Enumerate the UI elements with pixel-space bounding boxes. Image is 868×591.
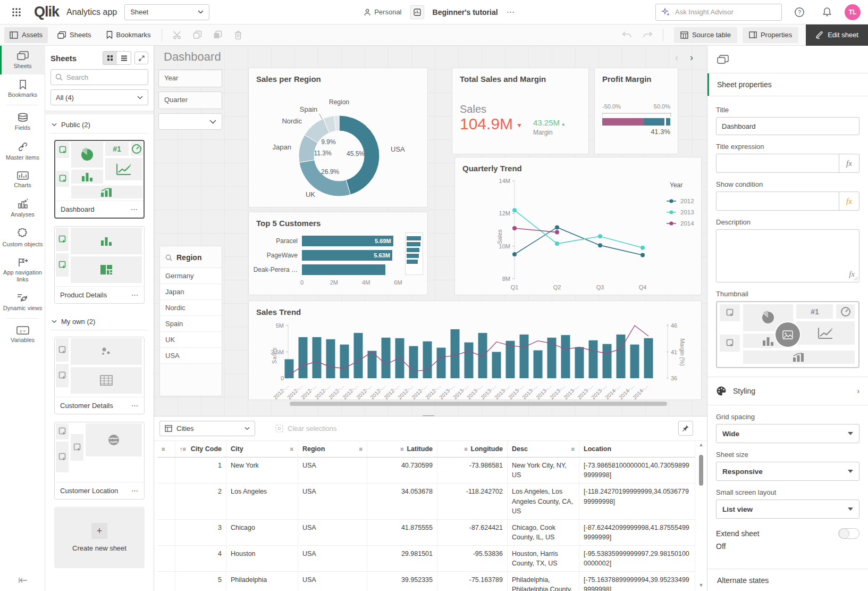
personal-scope[interactable]: Personal	[364, 8, 401, 16]
region-item-japan[interactable]: Japan	[160, 284, 222, 300]
resize-handle-icon[interactable]	[854, 277, 858, 281]
next-sheet-button[interactable]: ›	[690, 52, 693, 63]
change-thumbnail-button[interactable]	[776, 322, 800, 347]
styling-section[interactable]: Styling ›	[716, 377, 859, 405]
table-cell[interactable]: New York	[226, 457, 298, 483]
table-cell[interactable]: 40.730599	[367, 457, 437, 483]
pin-button[interactable]	[678, 421, 693, 436]
table-cell[interactable]: Los Angeles, Los Angeles County, CA, US	[508, 484, 579, 519]
extend-sheet-toggle[interactable]	[838, 528, 859, 539]
chart-minimap[interactable]	[405, 232, 423, 275]
data-point[interactable]	[512, 252, 517, 256]
table-row[interactable]: 3ChicagoUSA41.875555-87.624421Chicago, C…	[157, 520, 695, 546]
column-menu-icon[interactable]: ≡	[162, 446, 165, 452]
bar[interactable]	[382, 338, 391, 378]
table-cell[interactable]: -95.53836	[437, 546, 508, 571]
table-cell[interactable]: -118.242702	[437, 484, 508, 519]
sheet-more-button[interactable]: ⋯	[131, 291, 139, 299]
table-cell[interactable]: [-75.16378899999994,39.952334999999998]	[579, 572, 695, 591]
quarter-filter[interactable]: Quarter	[158, 91, 222, 109]
table-cell[interactable]	[157, 484, 175, 519]
rail-item-sheets[interactable]: Sheets	[0, 46, 45, 74]
table-cell[interactable]: [-118.24270199999999,34.053677999999998]	[579, 484, 695, 519]
section-header[interactable]: Public (2)	[45, 114, 154, 133]
column-menu-icon[interactable]: ≡	[400, 446, 403, 452]
title-input[interactable]: Dashboard	[716, 117, 859, 135]
sheets-button[interactable]: Sheets	[52, 27, 96, 43]
sheets-filter-dropdown[interactable]: All (4)	[50, 89, 148, 105]
bar[interactable]	[617, 335, 626, 378]
table-cell[interactable]: [-87.62442099999998,41.875554999999999]	[579, 520, 695, 545]
month-filter-dropdown[interactable]	[158, 113, 222, 130]
delete-icon[interactable]	[231, 28, 245, 42]
table-cell[interactable]: Los Angeles	[226, 484, 298, 519]
table-cell[interactable]	[157, 546, 175, 571]
table-cell[interactable]: 3	[175, 520, 226, 545]
column-header-longitude[interactable]: ≡Longitude	[437, 441, 508, 457]
table-cell[interactable]: 5	[175, 572, 226, 591]
horizontal-scrollbar[interactable]	[290, 402, 667, 406]
sheet-size-dropdown[interactable]: Responsive	[716, 462, 859, 481]
table-cell[interactable]	[157, 457, 175, 483]
create-new-sheet-button[interactable]: +Create new sheet	[54, 507, 145, 568]
table-cell[interactable]: -75.163789	[437, 572, 508, 591]
table-cell[interactable]: USA	[298, 572, 367, 591]
section-header[interactable]: My own (2)	[45, 311, 154, 330]
table-cell[interactable]: [-95.53835999999997,29.981501000000002]	[579, 546, 695, 571]
table-row[interactable]: 1New YorkUSA40.730599-73.986581New York …	[157, 457, 695, 484]
sheet-selector-dropdown[interactable]: Sheet	[124, 4, 209, 20]
table-cell[interactable]: 29.981501	[367, 546, 437, 571]
bar[interactable]	[313, 337, 322, 378]
bar[interactable]	[285, 359, 294, 378]
bar[interactable]	[575, 347, 584, 378]
column-header-city-code[interactable]: ↑≡City Code	[175, 441, 226, 457]
column-header-region[interactable]: Region≡	[298, 441, 367, 457]
bar[interactable]	[326, 339, 335, 378]
bar[interactable]	[437, 348, 446, 378]
bar[interactable]	[354, 333, 363, 378]
column-header-location[interactable]: Location	[579, 441, 695, 457]
column-menu-icon[interactable]: ≡	[290, 446, 293, 452]
column-header-city[interactable]: City≡	[226, 441, 298, 457]
bar[interactable]	[589, 340, 598, 378]
source-table-button[interactable]: Source table	[674, 27, 737, 43]
sheet-more-button[interactable]: ⋯	[131, 487, 139, 495]
collapse-rail-icon[interactable]	[0, 577, 45, 584]
alternate-states-section[interactable]: Alternate states	[707, 569, 868, 591]
rail-item-custom-objects[interactable]: Custom objects	[0, 223, 45, 253]
scroll-down-icon[interactable]: ▼	[698, 582, 704, 588]
bar[interactable]	[451, 329, 460, 378]
bar[interactable]	[492, 352, 501, 379]
properties-button[interactable]: Properties	[743, 27, 798, 43]
region-item-nordic[interactable]: Nordic	[160, 300, 222, 316]
column-menu-icon[interactable]: ≡	[571, 446, 575, 452]
bar[interactable]	[299, 337, 308, 378]
data-point[interactable]	[555, 230, 559, 235]
help-icon[interactable]: ?	[793, 5, 806, 19]
sheet-more-button[interactable]: ⋯	[131, 402, 139, 410]
sales-trend-chart[interactable]: Sales Trend 02.5M5M364146SalesMargin (%)…	[248, 301, 702, 400]
region-item-germany[interactable]: Germany	[160, 268, 222, 284]
rail-item-charts[interactable]: Charts	[0, 166, 45, 194]
table-cell[interactable]: USA	[298, 457, 367, 483]
data-point[interactable]	[512, 208, 517, 212]
bar[interactable]	[506, 341, 515, 378]
grid-spacing-dropdown[interactable]: Wide	[716, 424, 859, 443]
region-item-usa[interactable]: USA	[160, 348, 222, 364]
bar[interactable]	[561, 335, 570, 378]
clear-selections-button[interactable]: Clear selections	[270, 421, 342, 436]
table-cell[interactable]: Philadelphia	[226, 572, 298, 591]
bar[interactable]	[395, 338, 404, 378]
bar[interactable]	[534, 351, 543, 378]
assets-button[interactable]: Assets	[4, 27, 48, 43]
bar[interactable]	[644, 338, 653, 378]
table-row[interactable]: 5PhiladelphiaUSA39.952335-75.163789Phila…	[157, 572, 695, 591]
show-condition-input[interactable]: fx	[716, 192, 859, 211]
user-avatar[interactable]: TL	[845, 4, 861, 20]
table-row[interactable]: 4HoustonUSA29.981501-95.53836Houston, Ha…	[157, 546, 695, 572]
table-scrollbar[interactable]: ▲ ▼	[697, 441, 705, 589]
app-grid-icon[interactable]	[10, 5, 23, 19]
title-expression-input[interactable]: fx	[716, 154, 859, 173]
table-cell[interactable]	[157, 572, 175, 591]
fx-button[interactable]: fx	[839, 154, 859, 172]
